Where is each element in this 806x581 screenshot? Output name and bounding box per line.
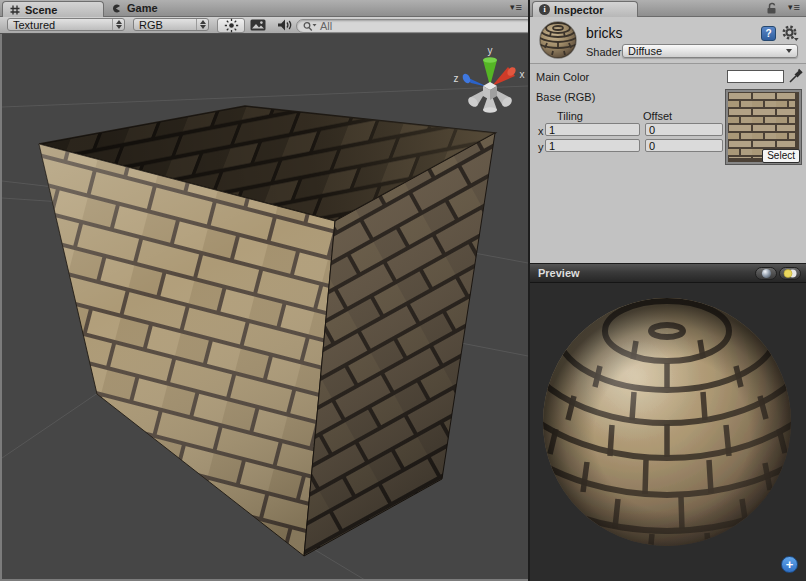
main-color-swatch[interactable]	[727, 70, 784, 83]
search-icon	[303, 21, 317, 32]
scene-render: y x z	[2, 34, 528, 579]
unity-editor-window: Scene Game ▾≡ Textured RGB	[0, 0, 806, 581]
gizmo-z-axis[interactable]	[461, 72, 488, 87]
help-icon[interactable]: ?	[761, 26, 776, 41]
offset-header: Offset	[643, 110, 672, 122]
material-header: bricks Shader Diffuse ?	[530, 17, 806, 64]
picture-icon	[250, 19, 266, 31]
material-preview-thumbnail	[539, 21, 577, 59]
scene-tab-strip: Scene Game ▾≡	[0, 0, 528, 17]
material-name: bricks	[586, 25, 623, 41]
select-texture-button[interactable]: Select	[762, 149, 800, 163]
tab-game[interactable]: Game	[110, 0, 158, 16]
tab-scene-label: Scene	[25, 4, 57, 16]
render-mode-value: RGB	[139, 19, 196, 31]
gizmo-x-axis[interactable]	[492, 66, 517, 86]
chevron-down-icon: ▾	[510, 2, 515, 12]
chevron-down-icon: ▾	[788, 2, 793, 12]
tab-inspector-label: Inspector	[554, 4, 604, 16]
game-icon	[110, 2, 123, 15]
tab-game-label: Game	[127, 2, 158, 14]
inspector-panel: i Inspector ▾≡	[530, 0, 806, 581]
updown-arrows-icon	[112, 19, 124, 30]
sun-icon	[224, 18, 239, 33]
search-scope-value: All	[320, 20, 332, 32]
shader-label: Shader	[586, 46, 621, 58]
tab-inspector[interactable]: i Inspector	[532, 1, 638, 17]
hamburger-icon: ≡	[516, 2, 522, 12]
base-texture-label: Base (RGB)	[536, 91, 595, 103]
scene-audio-toggle[interactable]	[272, 18, 296, 31]
two-lights-icon	[783, 268, 798, 279]
offset-x-input[interactable]	[645, 123, 723, 136]
tiling-x-input[interactable]	[545, 123, 640, 136]
render-mode-dropdown[interactable]: RGB	[133, 18, 209, 31]
material-properties: Main Color Base (RGB)	[530, 63, 806, 263]
gizmo-x-label: x	[520, 69, 525, 80]
scene-search-field[interactable]: All	[296, 19, 534, 33]
shader-value: Diffuse	[628, 45, 786, 57]
preview-shape-button[interactable]	[755, 267, 777, 280]
row-x-label: x	[538, 125, 544, 137]
base-texture-thumbnail[interactable]: Select	[726, 90, 801, 164]
preview-title: Preview	[538, 267, 580, 279]
scene-skybox-toggle[interactable]	[246, 18, 270, 31]
brick-cube[interactable]	[39, 106, 495, 556]
scene-grid-icon	[9, 4, 21, 16]
gear-icon[interactable]	[782, 25, 799, 42]
inspector-tab-strip: i Inspector ▾≡	[530, 0, 806, 17]
gizmo-y-axis[interactable]	[483, 57, 497, 86]
offset-y-input[interactable]	[645, 139, 723, 152]
orientation-gizmo[interactable]: y x z	[454, 45, 525, 113]
gizmo-z-label: z	[454, 73, 459, 84]
add-preview-button[interactable]: +	[781, 556, 798, 573]
draw-mode-dropdown[interactable]: Textured	[7, 18, 125, 31]
speaker-icon	[276, 18, 292, 32]
sphere-icon	[761, 268, 772, 279]
info-icon: i	[539, 4, 550, 15]
draw-mode-value: Textured	[13, 19, 112, 31]
material-preview-viewport[interactable]: +	[530, 283, 806, 581]
scene-viewport[interactable]: y x z	[0, 34, 528, 581]
lock-open-icon[interactable]	[766, 2, 778, 15]
scene-toolbar: Textured RGB	[0, 17, 528, 34]
chevron-down-icon	[786, 49, 792, 53]
scene-panel-menu[interactable]: ▾≡	[510, 2, 522, 12]
row-y-label: y	[538, 141, 544, 153]
preview-lighting-button[interactable]	[779, 267, 801, 280]
preview-header[interactable]: Preview	[530, 263, 806, 283]
main-color-label: Main Color	[536, 71, 589, 83]
updown-arrows-icon	[196, 19, 208, 30]
gizmo-y-label: y	[488, 45, 493, 56]
inspector-panel-menu[interactable]: ▾≡	[788, 2, 800, 12]
tiling-header: Tiling	[557, 110, 583, 122]
eyedropper-icon[interactable]	[788, 67, 803, 84]
tab-scene[interactable]: Scene	[2, 1, 104, 17]
shader-dropdown[interactable]: Diffuse	[622, 44, 798, 58]
scene-lighting-toggle[interactable]	[217, 18, 245, 33]
tiling-y-input[interactable]	[545, 139, 640, 152]
preview-sphere	[530, 283, 806, 581]
scene-panel: Scene Game ▾≡ Textured RGB	[0, 0, 528, 581]
hamburger-icon: ≡	[794, 2, 800, 12]
